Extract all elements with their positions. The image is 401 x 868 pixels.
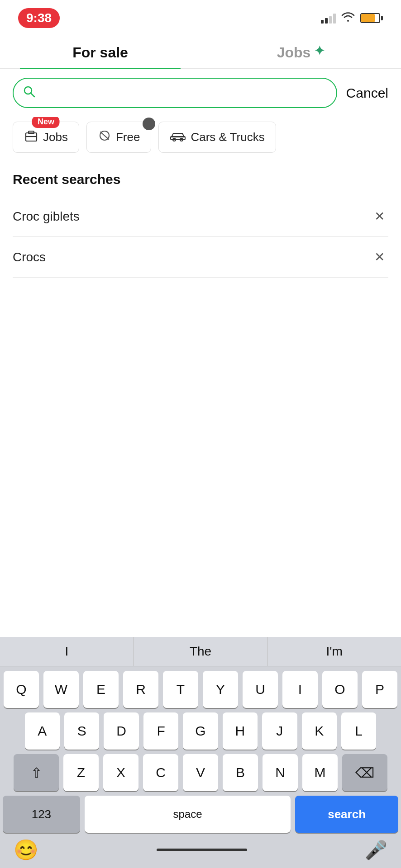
recent-item-crocs: Crocs ✕ (13, 237, 388, 278)
key-a[interactable]: A (25, 712, 60, 750)
car-icon (170, 130, 186, 145)
wifi-icon (341, 12, 355, 24)
suggestion-i[interactable]: I (0, 637, 134, 666)
key-d[interactable]: D (104, 712, 138, 750)
key-e[interactable]: E (83, 671, 119, 708)
categories-row: New Jobs Free (0, 117, 401, 161)
suggestion-im[interactable]: I'm (267, 637, 401, 666)
recent-item-croc-giblets: Croc giblets ✕ (13, 196, 388, 237)
status-time: 9:38 (18, 8, 60, 28)
keyboard-bottom-row: 😊 🎤 (0, 835, 401, 868)
key-q[interactable]: Q (4, 671, 39, 708)
keyboard-row-4: 123 space search (3, 796, 398, 833)
cancel-button[interactable]: Cancel (346, 85, 388, 101)
sparkle-icon: ✦ (314, 43, 325, 58)
tab-jobs[interactable]: Jobs ✦ (200, 34, 401, 68)
keyboard-rows: Q W E R T Y U I O P A S D F G H J K L ⇧ (0, 666, 401, 835)
key-j[interactable]: J (262, 712, 297, 750)
key-r[interactable]: R (123, 671, 158, 708)
key-space[interactable]: space (85, 796, 291, 833)
key-b[interactable]: B (223, 754, 258, 791)
dot-badge (143, 118, 155, 130)
key-123[interactable]: 123 (3, 796, 80, 833)
remove-crocs-button[interactable]: ✕ (371, 248, 388, 266)
category-label-jobs: Jobs (43, 130, 68, 144)
status-icons (321, 12, 383, 24)
recent-item-text[interactable]: Croc giblets (13, 209, 80, 224)
key-g[interactable]: G (183, 712, 218, 750)
key-x[interactable]: X (103, 754, 138, 791)
category-label-free: Free (116, 130, 140, 144)
key-n[interactable]: N (263, 754, 298, 791)
recent-searches-title: Recent searches (13, 172, 388, 187)
key-l[interactable]: L (341, 712, 376, 750)
key-s[interactable]: S (64, 712, 99, 750)
recent-searches-section: Recent searches Croc giblets ✕ Crocs ✕ (0, 161, 401, 278)
key-search[interactable]: search (295, 796, 398, 833)
keyboard: I The I'm Q W E R T Y U I O P A S D F G … (0, 637, 401, 868)
jobs-icon (24, 129, 38, 145)
key-f[interactable]: F (143, 712, 178, 750)
search-bar-row: Cancel (0, 69, 401, 117)
keyboard-row-1: Q W E R T Y U I O P (3, 671, 398, 708)
search-input[interactable] (42, 86, 327, 100)
search-icon (23, 85, 35, 101)
status-bar: 9:38 (0, 0, 401, 33)
key-u[interactable]: U (243, 671, 278, 708)
keyboard-row-2: A S D F G H J K L (3, 712, 398, 750)
keyboard-row-3: ⇧ Z X C V B N M ⌫ (3, 754, 398, 791)
key-o[interactable]: O (322, 671, 358, 708)
free-icon (98, 129, 111, 145)
svg-line-5 (100, 132, 109, 139)
new-badge: New (32, 117, 60, 128)
key-t[interactable]: T (163, 671, 198, 708)
battery-icon (360, 13, 383, 23)
home-indicator (157, 849, 247, 851)
key-p[interactable]: P (362, 671, 397, 708)
search-input-wrapper[interactable] (13, 78, 337, 108)
key-shift[interactable]: ⇧ (14, 754, 59, 791)
key-w[interactable]: W (43, 671, 79, 708)
key-backspace[interactable]: ⌫ (342, 754, 387, 791)
key-i[interactable]: I (282, 671, 318, 708)
tabs-container: For sale Jobs ✦ (0, 34, 401, 69)
key-h[interactable]: H (223, 712, 258, 750)
svg-line-1 (31, 93, 34, 97)
mic-button[interactable]: 🎤 (365, 840, 387, 861)
keyboard-suggestions: I The I'm (0, 637, 401, 666)
key-m[interactable]: M (302, 754, 338, 791)
recent-item-text[interactable]: Crocs (13, 250, 46, 264)
signal-icon (321, 13, 336, 24)
emoji-button[interactable]: 😊 (14, 838, 38, 862)
category-label-cars-trucks: Cars & Trucks (191, 130, 264, 144)
key-c[interactable]: C (143, 754, 178, 791)
category-chip-jobs[interactable]: New Jobs (13, 122, 79, 153)
key-y[interactable]: Y (203, 671, 238, 708)
category-chip-cars-trucks[interactable]: Cars & Trucks (158, 122, 276, 153)
tab-for-sale[interactable]: For sale (0, 34, 200, 68)
key-z[interactable]: Z (63, 754, 99, 791)
key-v[interactable]: V (183, 754, 218, 791)
key-k[interactable]: K (302, 712, 337, 750)
remove-croc-giblets-button[interactable]: ✕ (371, 207, 388, 226)
suggestion-the[interactable]: The (134, 637, 268, 666)
category-chip-free[interactable]: Free (86, 122, 151, 153)
